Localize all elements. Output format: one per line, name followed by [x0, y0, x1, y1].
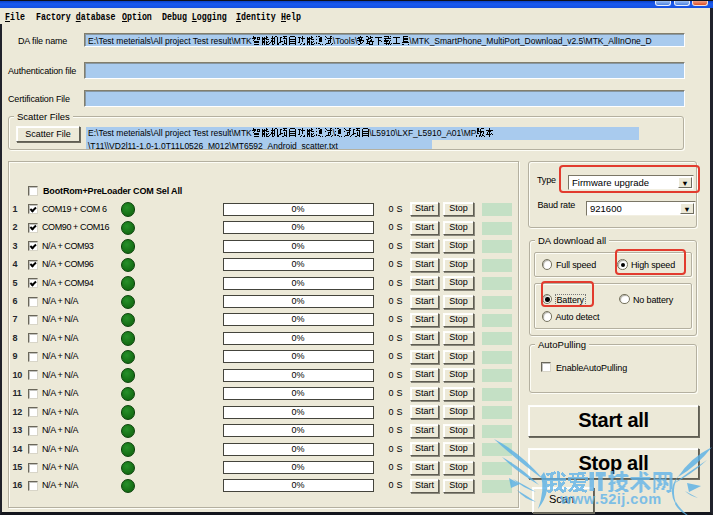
svg-text:www.52ij.com: www.52ij.com [559, 491, 661, 507]
